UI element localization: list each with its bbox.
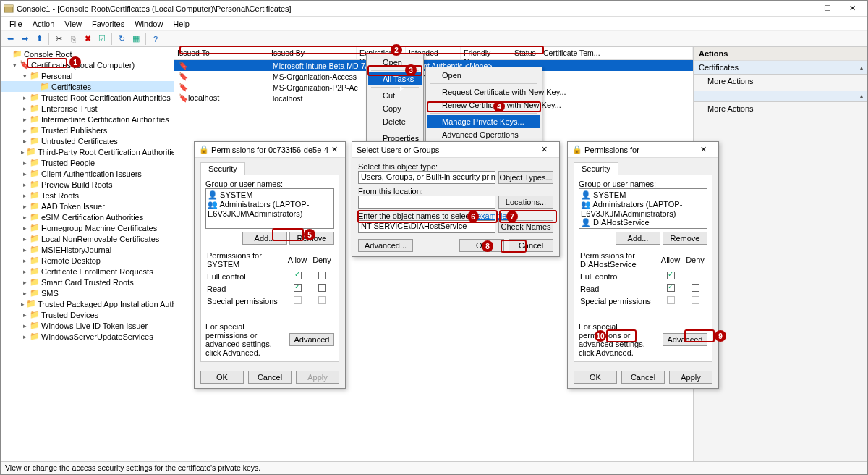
tree-node[interactable]: ▸📁Third-Party Root Certification Authori… bbox=[1, 146, 174, 157]
tree-node[interactable]: ▸📁Windows Live ID Token Issuer bbox=[1, 320, 174, 331]
tree-node[interactable]: ▸📁Test Roots bbox=[1, 190, 174, 201]
allow-read-checkbox[interactable] bbox=[294, 284, 302, 292]
locations-button[interactable]: Locations... bbox=[498, 196, 553, 209]
tree-node[interactable]: ▸📁Remote Desktop bbox=[1, 255, 174, 266]
deny-read-checkbox[interactable] bbox=[318, 284, 326, 292]
minimize-button[interactable]: ─ bbox=[791, 1, 815, 16]
tree-node[interactable]: ▸📁Certificate Enrollment Requests bbox=[1, 266, 174, 277]
actions-more1[interactable]: More Actions bbox=[694, 75, 867, 88]
tree-node[interactable]: ▸📁Local NonRemovable Certificates bbox=[1, 233, 174, 244]
menu-view[interactable]: View bbox=[60, 19, 86, 29]
menu-window[interactable]: Window bbox=[130, 19, 167, 29]
deny-full-checkbox[interactable] bbox=[318, 272, 326, 279]
tree-console-root[interactable]: Console Root bbox=[24, 50, 72, 59]
apply-button[interactable]: Apply bbox=[669, 371, 712, 384]
properties-icon[interactable]: ☑ bbox=[95, 33, 109, 46]
menu-action[interactable]: Action bbox=[28, 19, 59, 29]
tree-node[interactable]: ▸📁Client Authentication Issuers bbox=[1, 168, 174, 179]
allow-read-checkbox[interactable] bbox=[667, 284, 675, 292]
add-button[interactable]: Add... bbox=[242, 232, 287, 245]
ctx-all-tasks[interactable]: All Tasks▸ bbox=[368, 72, 422, 85]
deny-special-checkbox[interactable] bbox=[692, 296, 699, 304]
tree-node[interactable]: ▸📁Trusted People bbox=[1, 157, 174, 168]
tree-node[interactable]: ▸📁WindowsServerUpdateServices bbox=[1, 331, 174, 342]
up-icon[interactable]: ⬆ bbox=[33, 33, 46, 46]
forward-icon[interactable]: ➡ bbox=[18, 33, 31, 46]
ok-button[interactable]: OK bbox=[200, 371, 244, 384]
advanced-button[interactable]: Advanced... bbox=[358, 239, 413, 252]
sub-manage-private-keys[interactable]: Manage Private Keys... bbox=[427, 115, 540, 128]
actions-cert[interactable]: Certificates▴ bbox=[694, 61, 867, 75]
tree-node[interactable]: ▸📁Trusted Root Certification Authorities bbox=[1, 92, 174, 103]
nav-tree[interactable]: 📁Console Root ▾🔖Certificates (Local Comp… bbox=[1, 47, 174, 461]
tree-node[interactable]: ▸📁AAD Token Issuer bbox=[1, 201, 174, 211]
tab-security[interactable]: Security bbox=[574, 162, 618, 175]
col-friendly[interactable]: Friendly Name bbox=[461, 47, 511, 59]
users-list[interactable]: 👤 SYSTEM 👥 Administrators (LAPTOP-E6V3JK… bbox=[205, 188, 334, 229]
tree-node[interactable]: ▸📁Untrusted Certificates bbox=[1, 135, 174, 146]
sub-open[interactable]: Open bbox=[427, 69, 540, 82]
cancel-button[interactable]: Cancel bbox=[621, 371, 665, 384]
advanced-button[interactable]: Advanced bbox=[663, 333, 707, 346]
tree-node[interactable]: ▸📁SMS bbox=[1, 287, 174, 298]
tree-certificates[interactable]: Certificates bbox=[51, 83, 91, 91]
sub-renew[interactable]: Renew Certificate with New Key... bbox=[427, 98, 540, 112]
help-icon[interactable]: ? bbox=[149, 33, 162, 46]
maximize-button[interactable]: ☐ bbox=[815, 1, 840, 16]
cut-icon[interactable]: ✂ bbox=[52, 33, 65, 46]
tree-node[interactable]: ▸📁Trusted Publishers bbox=[1, 125, 174, 135]
tree-node[interactable]: ▸📁Enterprise Trust bbox=[1, 103, 174, 114]
tab-security[interactable]: Security bbox=[200, 162, 245, 175]
sub-advanced[interactable]: Advanced Operations▸ bbox=[427, 128, 540, 141]
close-button[interactable]: ✕ bbox=[840, 1, 864, 16]
add-button[interactable]: Add... bbox=[616, 232, 660, 245]
tree-node[interactable]: ▸📁eSIM Certification Authorities bbox=[1, 211, 174, 222]
col-status[interactable]: Status bbox=[511, 47, 540, 59]
close-icon[interactable]: ✕ bbox=[328, 145, 341, 154]
deny-full-checkbox[interactable] bbox=[692, 272, 699, 279]
tree-node[interactable]: ▸📁Homegroup Machine Certificates bbox=[1, 222, 174, 233]
actions-selected[interactable]: ▴ bbox=[694, 91, 867, 102]
remove-button[interactable]: Remove bbox=[289, 232, 334, 245]
cancel-button[interactable]: Cancel bbox=[509, 239, 553, 252]
object-types-button[interactable]: Object Types... bbox=[498, 171, 553, 184]
apply-button[interactable]: Apply bbox=[296, 371, 339, 384]
tree-node[interactable]: ▸📁Preview Build Roots bbox=[1, 179, 174, 190]
col-issued-to[interactable]: Issued To bbox=[174, 47, 268, 59]
menu-help[interactable]: Help bbox=[169, 19, 194, 29]
sub-request[interactable]: Request Certificate with New Key... bbox=[427, 85, 540, 98]
deny-special-checkbox[interactable] bbox=[318, 296, 326, 304]
check-names-button[interactable]: Check Names bbox=[498, 220, 553, 233]
actions-more2[interactable]: More Actions bbox=[694, 102, 867, 115]
export-icon[interactable]: ▦ bbox=[129, 33, 142, 46]
close-icon[interactable]: ✕ bbox=[533, 145, 555, 154]
ctx-cut[interactable]: Cut bbox=[368, 89, 422, 102]
col-issued-by[interactable]: Issued By bbox=[268, 47, 357, 59]
remove-button[interactable]: Remove bbox=[663, 232, 707, 245]
menu-favorites[interactable]: Favorites bbox=[88, 19, 129, 29]
tree-cert-root[interactable]: Certificates (Local Computer) bbox=[31, 61, 135, 70]
deny-read-checkbox[interactable] bbox=[692, 284, 699, 292]
close-icon[interactable]: ✕ bbox=[692, 145, 714, 154]
col-template[interactable]: Certificate Tem... bbox=[540, 47, 693, 59]
object-names-input[interactable]: NT SERVICE\DIAHostService bbox=[358, 220, 495, 233]
allow-special-checkbox[interactable] bbox=[667, 296, 675, 304]
back-icon[interactable]: ⬅ bbox=[4, 33, 17, 46]
tree-node[interactable]: ▸📁Smart Card Trusted Roots bbox=[1, 277, 174, 287]
tree-personal[interactable]: Personal bbox=[41, 72, 72, 80]
ctx-open[interactable]: Open bbox=[368, 56, 422, 69]
examples-link[interactable]: (examples) bbox=[474, 211, 513, 220]
cancel-button[interactable]: Cancel bbox=[248, 371, 292, 384]
tree-node[interactable]: ▸📁Intermediate Certification Authorities bbox=[1, 114, 174, 125]
ctx-delete[interactable]: Delete bbox=[368, 115, 422, 128]
advanced-button[interactable]: Advanced bbox=[289, 333, 334, 346]
allow-full-checkbox[interactable] bbox=[667, 272, 675, 279]
ok-button[interactable]: OK bbox=[459, 239, 504, 252]
tree-node[interactable]: ▸📁Trusted Devices bbox=[1, 309, 174, 320]
allow-special-checkbox[interactable] bbox=[294, 296, 302, 304]
users-list[interactable]: 👤 SYSTEM 👥 Administrators (LAPTOP-E6V3JK… bbox=[579, 188, 707, 229]
ok-button[interactable]: OK bbox=[574, 371, 617, 384]
delete-icon[interactable]: ✖ bbox=[81, 33, 94, 46]
copy-icon[interactable]: ⎘ bbox=[67, 33, 80, 46]
refresh-icon[interactable]: ↻ bbox=[115, 33, 128, 46]
